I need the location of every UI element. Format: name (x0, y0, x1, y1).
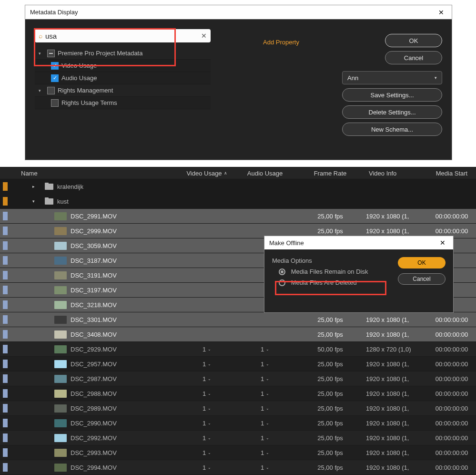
video-usage-cell: 1⌄ (178, 375, 235, 382)
make-offline-titlebar: Make Offline ✕ (264, 236, 453, 249)
ok-button[interactable]: OK (398, 257, 446, 268)
checkbox-indeterminate[interactable] (47, 50, 55, 57)
radio-remain-on-disk[interactable]: Media Files Remain on Disk (272, 268, 387, 275)
cancel-button[interactable]: Cancel (398, 273, 446, 285)
tree-group-label: Premiere Pro Project Metadata (58, 50, 142, 57)
clip-row[interactable]: DSC_3301.MOV 25,00 fps 1920 x 1080 (1, 0… (0, 312, 476, 327)
media-start-cell: 00:00:00:00 (428, 420, 476, 427)
col-video-info[interactable]: Video Info (366, 167, 428, 179)
tree-item-audio-usage[interactable]: ✓ Audio Usage (35, 72, 211, 84)
frame-rate-cell: 25,00 fps (294, 464, 366, 471)
clip-row[interactable]: DSC_3408.MOV 25,00 fps 1920 x 1080 (1, 0… (0, 327, 476, 342)
media-start-cell: 00:00:00:00 (428, 213, 476, 220)
clip-row[interactable]: DSC_2994.MOV 1⌄ 1⌄ 25,00 fps 1920 x 1080… (0, 460, 476, 475)
new-schema-button[interactable]: New Schema... (342, 123, 442, 136)
tree-item-video-usage[interactable]: ✓ Video Usage (35, 60, 211, 72)
clip-thumbnail (54, 316, 67, 324)
col-name[interactable]: Name (10, 167, 178, 179)
video-usage-cell: 1⌄ (178, 346, 235, 353)
folder-row[interactable]: ▾ kust (0, 194, 476, 209)
clip-name: DSC_2929.MOV (71, 346, 117, 353)
video-info-cell: 1920 x 1080 (1, (366, 390, 428, 397)
chevron-down-icon[interactable]: ▾ (32, 199, 38, 204)
color-label-blue[interactable] (3, 419, 8, 427)
preset-select[interactable]: Ann ▾ (342, 71, 442, 84)
color-label-blue[interactable] (3, 434, 8, 442)
video-info-cell: 1920 x 1080 (1, (366, 449, 428, 456)
frame-rate-cell: 25,00 fps (294, 331, 366, 338)
clip-row[interactable]: DSC_2987.MOV 1⌄ 1⌄ 25,00 fps 1920 x 1080… (0, 372, 476, 386)
color-label-blue[interactable] (3, 448, 8, 457)
checkbox-checked[interactable]: ✓ (51, 62, 59, 70)
radio-files-deleted[interactable]: Media Files Are Deleted (272, 279, 387, 286)
color-label-blue[interactable] (3, 256, 8, 265)
add-property-link[interactable]: Add Property (219, 29, 343, 136)
audio-usage-cell: 1⌄ (235, 346, 294, 353)
frame-rate-cell: 25,00 fps (294, 316, 366, 323)
delete-settings-button[interactable]: Delete Settings... (342, 105, 442, 119)
color-label-blue[interactable] (3, 404, 8, 413)
clip-row[interactable]: DSC_2989.MOV 1⌄ 1⌄ 25,00 fps 1920 x 1080… (0, 401, 476, 416)
color-label-blue[interactable] (3, 463, 8, 472)
color-label-orange[interactable] (3, 182, 8, 191)
checkbox-unchecked[interactable] (51, 99, 59, 107)
clip-row[interactable]: DSC_2991.MOV 25,00 fps 1920 x 1080 (1, 0… (0, 209, 476, 224)
color-label-blue[interactable] (3, 300, 8, 309)
col-audio-usage[interactable]: Audio Usage (235, 167, 294, 179)
clip-thumbnail (54, 242, 67, 250)
color-label-blue[interactable] (3, 212, 8, 220)
tree-item-rights-usage[interactable]: Rights Usage Terms (35, 97, 211, 109)
audio-usage-cell: 1⌄ (235, 420, 294, 427)
clip-name: DSC_3408.MOV (71, 331, 117, 338)
tree-group-rights[interactable]: ▾ Rights Management (35, 84, 211, 97)
col-frame-rate[interactable]: Frame Rate (294, 167, 366, 179)
ok-button[interactable]: OK (385, 34, 442, 47)
color-label-blue[interactable] (3, 389, 8, 398)
clear-search-icon[interactable]: ✕ (201, 32, 207, 40)
media-options-heading: Media Options (272, 257, 387, 264)
clip-thumbnail (54, 212, 67, 220)
radio-label: Media Files Remain on Disk (291, 268, 368, 275)
video-info-cell: 1920 x 1080 (1, (366, 316, 428, 323)
checkbox-checked[interactable]: ✓ (51, 74, 59, 82)
folder-row[interactable]: ▸ kralendijk (0, 179, 476, 194)
cancel-button[interactable]: Cancel (385, 51, 442, 64)
color-label-blue[interactable] (3, 345, 8, 353)
audio-usage-cell: 1⌄ (235, 434, 294, 442)
clip-thumbnail (54, 227, 67, 235)
search-input[interactable] (45, 32, 201, 40)
color-label-blue[interactable] (3, 315, 8, 324)
chevron-right-icon[interactable]: ▸ (32, 184, 38, 189)
clip-row[interactable]: DSC_2988.MOV 1⌄ 1⌄ 25,00 fps 1920 x 1080… (0, 386, 476, 401)
frame-rate-cell: 25,00 fps (294, 390, 366, 397)
clip-thumbnail (54, 464, 67, 472)
clip-name: DSC_3187.MOV (71, 257, 117, 264)
clip-name: DSC_3197.MOV (71, 287, 117, 294)
search-field[interactable]: ⌕ ✕ (35, 29, 211, 42)
tree-group-project-meta[interactable]: ▾ Premiere Pro Project Metadata (35, 47, 211, 60)
clip-thumbnail (54, 271, 67, 279)
color-label-blue[interactable] (3, 330, 8, 339)
close-icon[interactable]: ✕ (434, 9, 449, 16)
clip-row[interactable]: DSC_2990.MOV 1⌄ 1⌄ 25,00 fps 1920 x 1080… (0, 416, 476, 431)
save-settings-button[interactable]: Save Settings... (342, 88, 442, 102)
audio-usage-cell: 1⌄ (235, 390, 294, 397)
color-label-blue[interactable] (3, 227, 8, 235)
radio-icon (279, 279, 285, 286)
col-video-usage[interactable]: Video Usage∧ (178, 167, 235, 179)
checkbox-unchecked[interactable] (47, 87, 55, 94)
clip-row[interactable]: DSC_2993.MOV 1⌄ 1⌄ 25,00 fps 1920 x 1080… (0, 445, 476, 460)
clip-row[interactable]: DSC_2957.MOV 1⌄ 1⌄ 25,00 fps 1920 x 1080… (0, 357, 476, 372)
close-icon[interactable]: ✕ (435, 239, 450, 247)
color-label-orange[interactable] (3, 197, 8, 206)
metadata-tree: ▾ Premiere Pro Project Metadata ✓ Video … (35, 47, 211, 109)
color-label-blue[interactable] (3, 360, 8, 368)
color-label-blue[interactable] (3, 271, 8, 279)
color-label-blue[interactable] (3, 374, 8, 383)
color-label-blue[interactable] (3, 286, 8, 294)
clip-row[interactable]: DSC_2992.MOV 1⌄ 1⌄ 25,00 fps 1920 x 1080… (0, 431, 476, 445)
frame-rate-cell: 25,00 fps (294, 449, 366, 456)
color-label-blue[interactable] (3, 241, 8, 250)
clip-row[interactable]: DSC_2929.MOV 1⌄ 1⌄ 50,00 fps 1280 x 720 … (0, 342, 476, 357)
col-media-start[interactable]: Media Start (428, 167, 476, 179)
